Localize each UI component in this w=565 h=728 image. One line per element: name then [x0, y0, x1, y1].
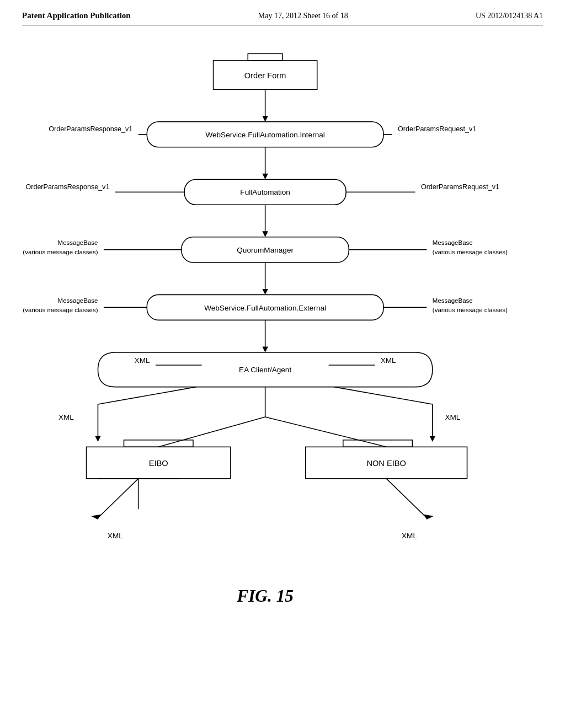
message-base-right-1-line2: (various message classes)	[433, 249, 508, 255]
svg-line-30	[98, 387, 196, 404]
svg-marker-24	[262, 346, 268, 352]
order-params-response-label-1: OrderParamsResponse_v1	[49, 126, 132, 133]
full-automation-label: FullAutomation	[240, 189, 290, 197]
xml-right-1: XML	[381, 356, 396, 365]
page: Patent Application Publication May 17, 2…	[0, 0, 565, 728]
message-base-right-1-line1: MessageBase	[433, 239, 473, 246]
order-params-response-label-2: OrderParamsResponse_v1	[26, 183, 110, 191]
non-eibo-label: NON EIBO	[366, 459, 406, 468]
order-form-label: Order Form	[244, 71, 286, 80]
header-date-sheet: May 17, 2012 Sheet 16 of 18	[258, 12, 348, 20]
order-params-request-label-1: OrderParamsRequest_v1	[398, 126, 476, 133]
svg-marker-14	[262, 231, 268, 237]
order-params-request-label-2: OrderParamsRequest_v1	[421, 183, 499, 191]
eibo-label: EIBO	[149, 459, 168, 468]
svg-marker-47	[424, 515, 434, 520]
header-patent-number: US 2012/0124138 A1	[476, 12, 543, 20]
svg-line-41	[265, 417, 387, 447]
svg-line-44	[98, 479, 138, 518]
xml-left-1: XML	[135, 356, 150, 365]
svg-rect-0	[248, 53, 282, 61]
xml-bottom-right-top: XML	[445, 413, 460, 421]
message-base-left-1-line1: MessageBase	[58, 239, 98, 246]
header: Patent Application Publication May 17, 2…	[22, 11, 543, 25]
svg-marker-19	[262, 289, 268, 295]
message-base-right-2-line2: (various message classes)	[433, 307, 508, 313]
message-base-left-2-line2: (various message classes)	[23, 307, 98, 313]
header-publication: Patent Application Publication	[22, 11, 131, 20]
xml-bottom-left-top: XML	[58, 413, 74, 421]
svg-marker-32	[95, 436, 100, 442]
svg-marker-35	[430, 436, 435, 442]
svg-line-46	[386, 479, 427, 518]
fig-label: FIG. 15	[236, 586, 294, 606]
message-base-left-1-line2: (various message classes)	[23, 249, 98, 255]
svg-marker-3	[262, 116, 268, 121]
svg-line-40	[158, 417, 265, 447]
svg-rect-38	[343, 440, 412, 447]
quorum-manager-label: QuorumManager	[237, 246, 294, 254]
svg-line-33	[334, 387, 433, 404]
message-base-right-2-line1: MessageBase	[433, 297, 473, 304]
svg-marker-9	[262, 174, 268, 179]
message-base-left-2-line1: MessageBase	[58, 297, 98, 304]
svg-marker-45	[91, 515, 101, 520]
diagram-area: Order Form OrderParamsResponse_v1 OrderP…	[22, 36, 543, 671]
ea-client-label: EA Client/Agent	[239, 366, 291, 374]
diagram-svg: Order Form OrderParamsResponse_v1 OrderP…	[22, 36, 543, 671]
xml-eibo-bottom: XML	[108, 532, 123, 540]
xml-non-eibo-bottom: XML	[402, 532, 417, 540]
webservice-internal-label: WebService.FullAutomation.Internal	[205, 131, 324, 139]
svg-rect-36	[124, 440, 193, 447]
webservice-external-label: WebService.FullAutomation.External	[204, 304, 326, 312]
